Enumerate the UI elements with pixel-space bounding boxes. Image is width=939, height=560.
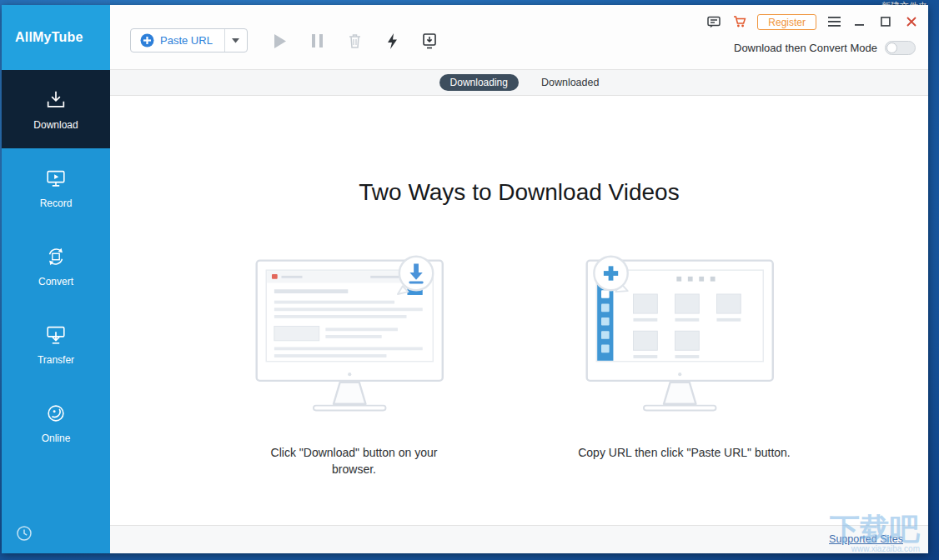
transfer-icon (44, 323, 68, 347)
maximize-icon[interactable] (877, 13, 894, 30)
record-icon (44, 167, 68, 190)
sidebar: Download Record Convert Transfer Online (2, 70, 110, 553)
content: Two Ways to Download Videos (110, 96, 928, 525)
menu-icon[interactable] (826, 13, 842, 30)
monitor-download-illustration (250, 254, 459, 418)
paste-url-label: Paste URL (160, 34, 213, 47)
sidebar-item-online[interactable]: Online (2, 383, 110, 462)
mode-label: Download then Convert Mode (734, 42, 877, 54)
paste-url-dropdown[interactable] (224, 29, 247, 52)
delete-icon[interactable] (345, 31, 364, 51)
tab-downloaded[interactable]: Downloaded (541, 77, 600, 88)
convert-mode-toggle[interactable] (885, 41, 916, 55)
titlebar-controls: Register (706, 13, 920, 30)
sidebar-item-record[interactable]: Record (2, 148, 110, 227)
online-icon (44, 402, 68, 425)
chevron-down-icon (232, 38, 239, 43)
history-clock-icon[interactable] (16, 525, 34, 543)
start-icon[interactable] (270, 31, 289, 51)
toggle-knob (886, 42, 897, 53)
method-paste-url: Copy URL then click "Paste URL" button. (578, 254, 791, 478)
convert-icon (44, 245, 68, 268)
lightning-icon[interactable] (383, 31, 401, 51)
sidebar-item-label: Convert (38, 276, 73, 288)
close-icon[interactable] (903, 13, 920, 30)
app-window: AllMyTube Register (2, 5, 928, 553)
paste-url-button[interactable]: Paste URL (131, 29, 224, 52)
monitor-paste-illustration (580, 254, 789, 418)
sidebar-item-label: Download (33, 119, 78, 131)
cart-icon[interactable] (731, 13, 748, 30)
main-area: Downloading Downloaded Two Ways to Downl… (110, 70, 928, 553)
download-icon (44, 88, 68, 112)
sidebar-item-convert[interactable]: Convert (2, 227, 110, 305)
mode-row: Download then Convert Mode (734, 41, 916, 55)
method-browser-download: Click "Download" button on your browser. (248, 254, 461, 478)
supported-sites-link[interactable]: Supported Sites (829, 526, 903, 553)
tabstrip: Downloading Downloaded (110, 70, 928, 96)
plus-icon (140, 33, 154, 48)
device-download-icon[interactable] (420, 31, 439, 51)
sidebar-item-label: Online (42, 432, 71, 444)
tab-downloading[interactable]: Downloading (439, 74, 519, 91)
page-title: Two Ways to Download Videos (110, 179, 928, 206)
transport-toolbar (270, 30, 439, 52)
pause-icon[interactable] (308, 31, 326, 51)
sidebar-item-label: Transfer (38, 354, 74, 366)
feedback-icon[interactable] (706, 13, 722, 30)
header: Register Paste URL (110, 5, 928, 70)
sidebar-item-transfer[interactable]: Transfer (2, 305, 110, 383)
minimize-icon[interactable] (851, 13, 868, 30)
footer-bar: Supported Sites (110, 525, 928, 553)
register-button[interactable]: Register (757, 14, 816, 30)
methods-row: Click "Download" button on your browser. (110, 254, 928, 478)
method-caption: Click "Download" button on your browser. (264, 444, 444, 478)
method-caption: Copy URL then click "Paste URL" button. (578, 444, 791, 461)
app-logo: AllMyTube (2, 5, 110, 70)
sidebar-item-label: Record (40, 198, 73, 209)
paste-url-button-group: Paste URL (130, 28, 248, 52)
sidebar-item-download[interactable]: Download (2, 70, 110, 148)
desktop-background: 新建文件夹 AllMyTube Register (0, 0, 939, 560)
